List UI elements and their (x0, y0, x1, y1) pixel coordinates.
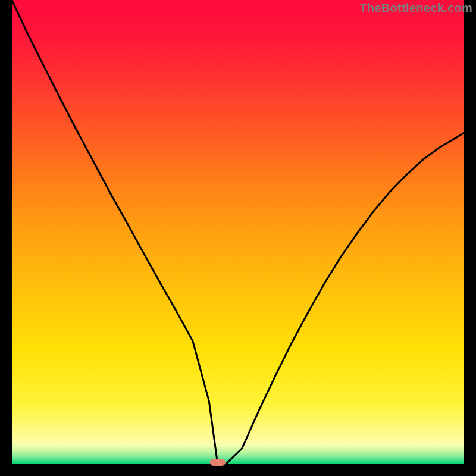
plot-area (12, 0, 464, 466)
chart-svg (0, 0, 476, 476)
gradient-sky (12, 0, 464, 440)
chart-stage: TheBottleneck.com (0, 0, 476, 476)
trough-marker (210, 459, 226, 466)
trough-marker-pill (210, 459, 226, 466)
